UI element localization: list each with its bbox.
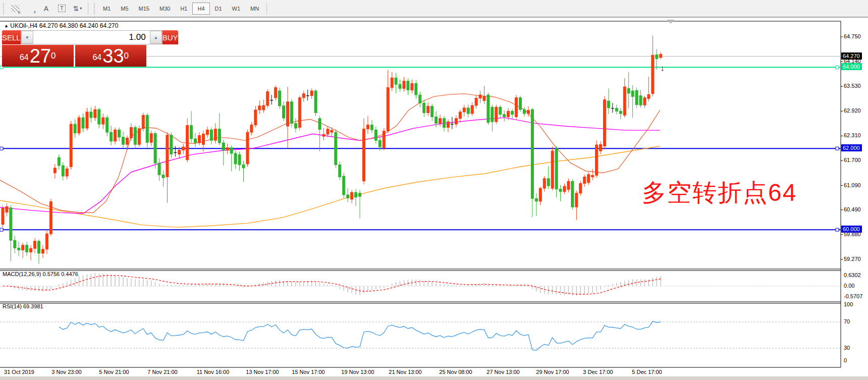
- sell-price-button[interactable]: 64 27 0: [2, 45, 74, 67]
- level-price-label: 60.000: [841, 226, 862, 233]
- rsi-axis-tick: 0: [844, 357, 847, 363]
- ohlc-values-label: 64.270 64.380 64.240 64.270: [39, 22, 119, 29]
- time-axis-label: 11 Nov 16:00: [197, 369, 230, 375]
- rsi-axis-tick: 30: [844, 345, 850, 351]
- chart-shift-marker-icon: [667, 20, 674, 24]
- macd-pane: [0, 273, 841, 296]
- fibonacci-grid-icon[interactable]: F: [24, 3, 37, 15]
- timeframe-button-m15[interactable]: M15: [134, 3, 154, 15]
- timeframe-button-m5[interactable]: M5: [116, 3, 133, 15]
- level-line-handle: [836, 147, 839, 150]
- price-axis-tick: 62.920: [844, 107, 861, 114]
- timeframe-button-h4[interactable]: H4: [192, 3, 209, 15]
- time-axis-label: 13 Nov 17:00: [246, 369, 279, 375]
- collapse-panel-icon[interactable]: ▲: [4, 23, 9, 28]
- time-axis-label: 19 Nov 13:00: [341, 369, 374, 375]
- volume-decrease-button[interactable]: ▼: [21, 31, 33, 44]
- time-axis-label: 27 Nov 13:00: [486, 369, 519, 375]
- level-price-label: 62.000: [841, 144, 862, 151]
- rsi-line: [59, 321, 661, 350]
- level-line-handle: [836, 66, 839, 69]
- rsi-axis-tick: 100: [844, 301, 853, 307]
- level-line-handle: [0, 147, 3, 150]
- buy-price-major: 64: [92, 50, 101, 65]
- price-axis-tick: 59.270: [844, 256, 861, 262]
- time-axis-label: 25 Nov 08:00: [439, 369, 472, 375]
- price-axis-tick: 60.490: [844, 206, 861, 212]
- buy-button[interactable]: BUY: [162, 30, 178, 44]
- chart-panel: ↓ ▲ UKOil-,H4 64.270 64.380 64.240 64.27…: [0, 18, 868, 380]
- time-axis-label: 7 Nov 21:00: [147, 369, 177, 375]
- equidistant-channel-icon[interactable]: E: [8, 3, 22, 15]
- price-axis-tick: 63.530: [844, 83, 861, 89]
- rsi-axis-tick: 70: [844, 318, 850, 324]
- buy-price-pips: 33: [102, 47, 124, 65]
- level-price-label: 64.000: [841, 63, 862, 70]
- main-price-pane: ↓: [0, 36, 841, 264]
- volume-increase-button[interactable]: ▲: [150, 31, 162, 44]
- text-label-icon[interactable]: T: [55, 3, 69, 15]
- level-line-handle: [0, 228, 3, 231]
- window-bottom-strip: [0, 376, 868, 380]
- level-line-handle: [836, 228, 839, 231]
- chart-toolbar: EFAT⇅▾ M1M5M15M30H1H4D1W1MN: [0, 0, 868, 18]
- mt4-window: EFAT⇅▾ M1M5M15M30H1H4D1W1MN ↓ ▲ UKOil-,H…: [0, 0, 868, 380]
- timeframe-button-d1[interactable]: D1: [210, 3, 227, 15]
- timeframe-button-m30[interactable]: M30: [154, 3, 175, 15]
- time-axis-label: 3 Dec 17:00: [583, 369, 613, 375]
- rsi-pane: [0, 321, 841, 350]
- time-axis-label: 5 Nov 21:00: [99, 369, 129, 375]
- macd-axis-tick: 0.00: [844, 283, 854, 289]
- macd-signal-line: [3, 276, 661, 295]
- price-axis-tick: 62.310: [844, 132, 861, 138]
- macd-indicator-label: MACD(12,26,9) 0.5756 0.4476: [3, 271, 78, 277]
- arrows-tool-icon[interactable]: ⇅▾: [71, 3, 84, 15]
- time-axis-label: 31 Oct 2019: [4, 369, 34, 375]
- price-axis-tick: 64.750: [844, 33, 861, 39]
- sell-price-point: 0: [51, 45, 56, 67]
- toolbar-grip-handle[interactable]: [93, 3, 96, 14]
- time-axis-label: 29 Nov 17:00: [536, 369, 569, 375]
- time-axis-label: 21 Nov 13:00: [389, 369, 421, 375]
- moving-average-orange: [0, 146, 660, 228]
- down-arrow-marker-icon: ↓: [661, 64, 665, 72]
- time-axis-label: 15 Nov 17:00: [292, 369, 324, 375]
- buy-price-point: 0: [124, 45, 129, 67]
- chart-annotation-text[interactable]: 多空转折点64: [642, 177, 797, 209]
- chart-symbol-header: ▲ UKOil-,H4 64.270 64.380 64.240 64.270: [4, 22, 118, 29]
- one-click-trade-panel: SELL ▼ ▲ BUY 64 27 0 64 33 0: [2, 30, 146, 67]
- symbol-period-label: UKOil-,H4: [10, 22, 37, 29]
- sell-price-pips: 27: [30, 47, 51, 65]
- timeframe-buttons-group: M1M5M15M30H1H4D1W1MN: [98, 3, 264, 15]
- moving-average-magenta: [0, 118, 660, 213]
- price-axis-tick: 61.090: [844, 182, 861, 188]
- buy-price-button[interactable]: 64 33 0: [75, 45, 147, 67]
- current-price-label: 64.270: [841, 52, 862, 60]
- toolbar-separator: [88, 3, 88, 15]
- volume-input[interactable]: [33, 31, 150, 44]
- volume-stepper: ▼ ▲: [21, 30, 162, 44]
- time-axis-label: 3 Nov 23:00: [51, 369, 81, 375]
- timeframe-button-mn[interactable]: MN: [245, 3, 264, 15]
- timeframe-button-w1[interactable]: W1: [227, 3, 246, 15]
- drawing-tools-group: EFAT⇅▾: [7, 3, 85, 15]
- macd-axis-tick: 0.6302: [844, 272, 861, 278]
- text-tool-icon[interactable]: A: [39, 3, 53, 15]
- price-axis-tick: 61.700: [844, 157, 861, 163]
- timeframe-button-m1[interactable]: M1: [98, 3, 116, 15]
- toolbar-separator: [266, 3, 267, 15]
- toolbar-grip-handle[interactable]: [2, 3, 5, 14]
- macd-axis-tick: -0.5707: [844, 293, 862, 299]
- time-axis-label: 5 Dec 17:00: [632, 369, 662, 375]
- sell-button[interactable]: SELL: [2, 30, 21, 44]
- rsi-indicator-label: RSI(14) 69.3981: [3, 303, 43, 309]
- timeframe-button-h1[interactable]: H1: [175, 3, 192, 15]
- sell-price-major: 64: [20, 50, 29, 65]
